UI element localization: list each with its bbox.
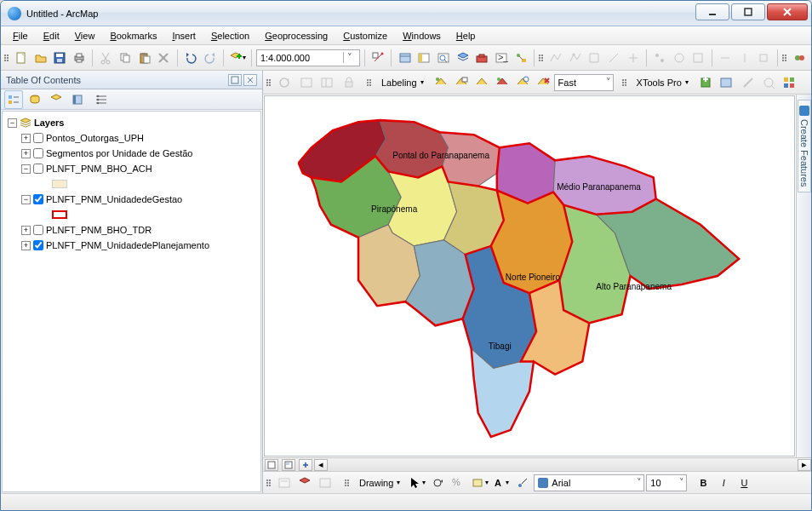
close-button[interactable] (767, 3, 808, 20)
copy-button[interactable] (117, 49, 134, 67)
refresh-view-button[interactable] (299, 459, 312, 471)
xtools-btn-1[interactable] (696, 73, 715, 92)
menu-bookmarks[interactable]: Bookmarks (103, 29, 163, 43)
layout-view-tab[interactable] (282, 459, 295, 471)
xtools-btn-4[interactable] (759, 73, 778, 92)
underline-button[interactable]: U (735, 474, 753, 492)
draw-tool-c[interactable] (316, 474, 335, 492)
cut-button[interactable] (97, 49, 115, 67)
arccatalog-button[interactable] (454, 49, 472, 67)
map-canvas[interactable]: Pontal do Paranapanema Médio Paranapanem… (265, 96, 794, 456)
expand-icon[interactable]: + (21, 149, 31, 158)
label-tool-2[interactable] (452, 73, 471, 92)
delete-button[interactable] (155, 49, 173, 67)
collapse-icon[interactable]: − (21, 195, 31, 204)
toc-item[interactable]: − PLNFT_PNM_BHO_ACH (4, 161, 259, 176)
collapse-icon[interactable]: − (8, 118, 17, 128)
toc-options[interactable] (92, 90, 111, 109)
scroll-left-button[interactable]: ◂ (314, 459, 328, 471)
data-frame-button-2[interactable] (317, 73, 336, 92)
toolbar-grip[interactable] (266, 79, 272, 86)
toc-item[interactable]: − PLNFT_PNM_UnidadedeGestao (4, 192, 259, 207)
maximize-button[interactable] (731, 3, 765, 20)
data-frame-button[interactable] (297, 73, 316, 92)
minimize-button[interactable] (695, 3, 729, 20)
toolbar-grip[interactable] (4, 55, 9, 61)
toolbar-grip[interactable] (367, 79, 372, 86)
label-tool-5[interactable] (513, 73, 532, 92)
xtools-menu[interactable]: XTools Pro▾ (631, 74, 695, 91)
toolbar-grip-3[interactable] (782, 55, 787, 61)
rotate-button[interactable] (428, 474, 447, 492)
toc-checkbox[interactable] (33, 164, 43, 174)
xtools-btn-5[interactable] (780, 73, 798, 92)
expand-icon[interactable]: + (21, 134, 31, 143)
data-view-tab[interactable] (265, 459, 278, 471)
toc-list-by-source[interactable] (26, 90, 44, 109)
toc-root-row[interactable]: − Layers (4, 115, 259, 130)
print-button[interactable] (71, 49, 89, 67)
save-button[interactable] (51, 49, 69, 67)
layout-refresh-button[interactable] (275, 73, 294, 92)
label-tool-1[interactable] (432, 73, 450, 92)
menu-windows[interactable]: Windows (396, 29, 448, 43)
menu-selection[interactable]: Selection (204, 29, 256, 43)
edit-vertices-button[interactable] (513, 474, 532, 492)
expand-icon[interactable]: + (21, 241, 31, 250)
select-elements-button[interactable]: ▾ (408, 474, 426, 492)
toc-list-by-visibility[interactable] (47, 90, 66, 109)
zoom-percent-button[interactable]: % (449, 474, 467, 492)
draw-tool-b[interactable] (295, 474, 314, 492)
toc-checkbox[interactable] (33, 133, 43, 143)
toc-list-by-drawing-order[interactable] (4, 90, 23, 109)
toc-close-button[interactable] (243, 74, 257, 86)
new-button[interactable] (13, 49, 31, 67)
open-button[interactable] (31, 49, 49, 67)
search-button[interactable] (435, 49, 453, 67)
toc-checkbox[interactable] (33, 148, 43, 158)
create-features-tab[interactable]: Create Features (798, 100, 811, 192)
undo-button[interactable] (182, 49, 200, 67)
chevron-down-icon[interactable]: ˅ (603, 77, 611, 88)
redo-button[interactable] (201, 49, 219, 67)
label-tool-4[interactable] (493, 73, 512, 92)
menu-file[interactable]: File (6, 29, 35, 43)
drawing-menu[interactable]: Drawing▾ (353, 474, 406, 491)
menu-insert[interactable]: Insert (165, 29, 203, 43)
toolbar-grip[interactable] (345, 479, 350, 486)
menu-view[interactable]: View (68, 29, 102, 43)
toolbar-grip[interactable] (622, 79, 627, 86)
lock-button[interactable] (340, 73, 358, 92)
font-combo[interactable]: Arial ˅ (534, 474, 644, 491)
toc-list-by-selection[interactable] (68, 90, 87, 109)
modelbuilder-button[interactable] (512, 49, 529, 67)
expand-icon[interactable]: + (21, 226, 31, 235)
collapse-icon[interactable]: − (21, 164, 31, 174)
draw-text-button[interactable]: A▾ (491, 474, 510, 492)
draw-rect-button[interactable]: ▾ (471, 474, 489, 492)
menu-help[interactable]: Help (449, 29, 483, 43)
toc-item[interactable]: + PLNFT_PNM_UnidadedePlanejamento (4, 238, 259, 253)
menu-geoprocessing[interactable]: Geoprocessing (258, 29, 335, 43)
toc-button[interactable] (396, 49, 414, 67)
label-tool-6[interactable] (534, 73, 552, 92)
add-data-button[interactable]: ▾ (228, 49, 247, 67)
label-tool-3[interactable] (472, 73, 491, 92)
xtools-btn-2[interactable] (717, 73, 735, 92)
labeling-menu[interactable]: Labeling▾ (375, 74, 430, 91)
menu-customize[interactable]: Customize (336, 29, 394, 43)
scroll-right-button[interactable]: ▸ (798, 459, 811, 471)
toc-pin-button[interactable] (228, 74, 242, 86)
label-placement-combo[interactable]: Fast˅ (554, 74, 614, 91)
python-button[interactable]: >_ (493, 49, 511, 67)
toolbar-grip[interactable] (266, 479, 272, 486)
map-viewport[interactable]: Pontal do Paranapanema Médio Paranapanem… (264, 95, 795, 456)
chevron-down-icon[interactable]: ˅ (676, 477, 684, 488)
toolbox-button[interactable] (473, 49, 491, 67)
editor-toolbar-button[interactable] (369, 49, 387, 67)
bold-button[interactable]: B (694, 474, 712, 492)
chevron-down-icon[interactable]: ˅ (343, 52, 356, 63)
toc-item[interactable]: + Pontos_Outorgas_UPH (4, 130, 259, 146)
paste-button[interactable] (135, 49, 153, 67)
toc-item[interactable]: + Segmentos por Unidade de Gestão (4, 146, 259, 161)
